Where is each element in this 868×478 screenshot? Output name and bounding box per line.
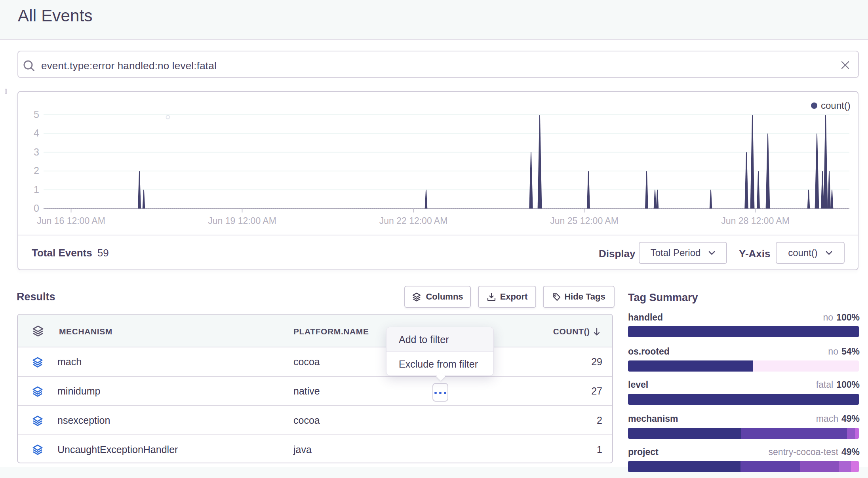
svg-text:0: 0 (34, 203, 39, 214)
svg-text:count(): count() (821, 100, 851, 111)
svg-text:1: 1 (34, 184, 39, 195)
svg-text:Jun 22 12:00 AM: Jun 22 12:00 AM (379, 216, 448, 226)
svg-text:Jun 28 12:00 AM: Jun 28 12:00 AM (721, 216, 790, 226)
svg-text:Jun 25 12:00 AM: Jun 25 12:00 AM (550, 216, 619, 226)
svg-text:5: 5 (34, 109, 39, 120)
svg-text:3: 3 (34, 146, 39, 157)
svg-text:Jun 16 12:00 AM: Jun 16 12:00 AM (37, 216, 105, 226)
svg-text:4: 4 (34, 127, 39, 138)
svg-text:Jun 19 12:00 AM: Jun 19 12:00 AM (208, 216, 276, 226)
svg-text:2: 2 (34, 165, 39, 176)
